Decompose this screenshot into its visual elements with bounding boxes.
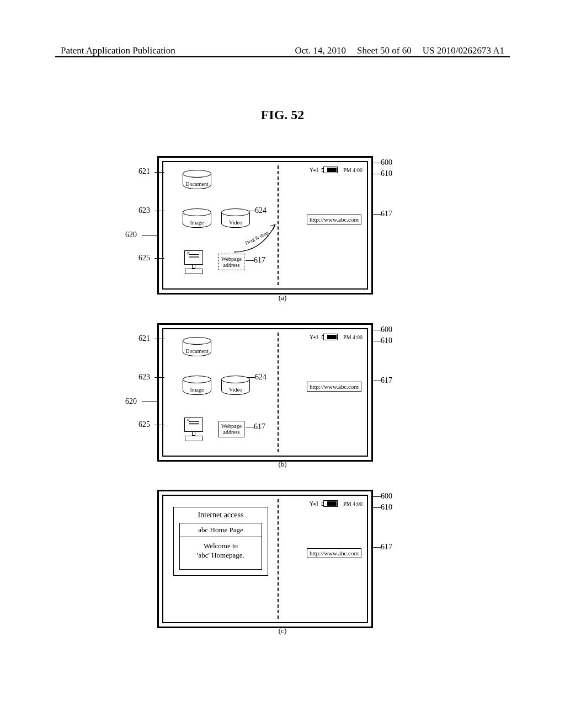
figure-title: FIG. 52 <box>0 108 565 122</box>
ref-610a: 610 <box>381 169 392 178</box>
tick <box>154 377 164 378</box>
desktop-pc-icon-b <box>183 417 205 441</box>
cylinder-document: Document <box>183 170 210 189</box>
tick <box>371 496 381 497</box>
panel-c-inner: Internet access abc Home Page Welcome to… <box>162 495 368 623</box>
tick <box>371 547 381 548</box>
battery-icon <box>323 500 338 507</box>
panel-b-outer: Document Image Video Webpage address Y▪ı… <box>157 323 373 462</box>
ref-624b: 624 <box>255 373 266 382</box>
tick <box>142 235 157 235</box>
cylinder-image-b: Image <box>183 376 210 395</box>
signal-icon: Y▪ıl <box>310 334 318 340</box>
signal-icon: Y▪ıl <box>310 167 318 173</box>
clock: PM 4:00 <box>343 334 363 340</box>
clock: PM 4:00 <box>343 167 363 173</box>
url-field-b: http://www.abc.com <box>307 382 361 392</box>
homepage-title: abc Home Page <box>180 523 262 537</box>
tick <box>142 402 157 402</box>
desktop-pc-icon <box>183 250 205 274</box>
ref-625a: 625 <box>138 254 150 263</box>
tick <box>246 260 254 261</box>
internet-title: Internet access <box>174 507 268 523</box>
tick <box>154 211 164 211</box>
tick <box>371 214 381 215</box>
panel-c-caption: (c) <box>0 627 565 635</box>
status-bar: Y▪ıl PM 4:00 <box>310 167 363 173</box>
tick <box>371 341 381 341</box>
status-bar-c: Y▪ıl PM 4:00 <box>310 500 363 507</box>
header-rule <box>55 56 510 57</box>
tick <box>246 427 254 427</box>
ref-623b: 623 <box>138 373 150 382</box>
tick <box>371 163 381 163</box>
tick <box>371 381 381 381</box>
ref-620a: 620 <box>125 231 137 239</box>
tick <box>154 258 164 259</box>
ref-624a: 624 <box>255 206 266 215</box>
panel-c-outer: Internet access abc Home Page Welcome to… <box>157 490 373 628</box>
clock: PM 4:00 <box>343 501 363 507</box>
tick <box>154 172 164 173</box>
cylinder-video-b: Video <box>221 376 249 395</box>
header-sheet: Sheet 50 of 60 <box>357 45 412 56</box>
drag-drop-arc: Drag & drop <box>228 222 281 258</box>
ref-621b: 621 <box>138 334 150 343</box>
ref-617l: 617 <box>254 256 265 265</box>
panel-b-caption: (b) <box>0 460 565 469</box>
header-date: Oct. 14, 2010 <box>295 45 346 56</box>
ref-617c: 617 <box>381 543 392 552</box>
tick <box>371 507 381 508</box>
ref-617a: 617 <box>381 210 392 218</box>
ref-625b: 625 <box>138 420 150 429</box>
ref-600c: 600 <box>381 492 392 501</box>
tick <box>154 339 164 339</box>
status-bar-b: Y▪ıl PM 4:00 <box>310 334 363 340</box>
ref-600a: 600 <box>381 158 392 167</box>
image-label: Image <box>183 220 211 226</box>
ref-610c: 610 <box>381 503 392 512</box>
page-header: Patent Application Publication Oct. 14, … <box>0 45 565 56</box>
ref-621a: 621 <box>138 167 150 176</box>
ref-623a: 623 <box>138 206 150 215</box>
tick <box>371 174 381 174</box>
internet-access-window: Internet access abc Home Page Welcome to… <box>173 507 268 576</box>
drag-drop-label: Drag & drop <box>244 229 269 245</box>
panel-a-outer: Document Image Video Webpage address Dra… <box>157 156 373 295</box>
header-pubno: US 2010/0262673 A1 <box>423 45 504 56</box>
panel-c-divider <box>278 499 279 619</box>
battery-icon <box>323 167 338 173</box>
panel-b-divider <box>278 333 279 452</box>
ref-610b: 610 <box>381 336 392 345</box>
homepage-body: Welcome to 'abc' Homepage. <box>180 537 262 569</box>
header-left: Patent Application Publication <box>61 45 175 56</box>
panel-b-inner: Document Image Video Webpage address Y▪ı… <box>162 328 368 457</box>
tick <box>371 330 381 330</box>
signal-icon: Y▪ıl <box>310 501 318 507</box>
ref-620b: 620 <box>125 397 137 406</box>
url-field-c: http://www.abc.com <box>307 548 361 558</box>
cylinder-image: Image <box>183 208 210 228</box>
url-field: http://www.abc.com <box>307 215 361 224</box>
document-label: Document <box>183 181 211 187</box>
battery-icon <box>323 334 338 340</box>
tick <box>154 425 164 425</box>
webpage-address-box: Webpage address <box>218 421 244 437</box>
ref-617b: 617 <box>381 376 392 385</box>
cylinder-document-b: Document <box>183 337 210 356</box>
ref-600b: 600 <box>381 325 392 334</box>
panel-a-inner: Document Image Video Webpage address Dra… <box>162 161 368 290</box>
panel-a-caption: (a) <box>0 293 565 302</box>
ref-617lb: 617 <box>254 422 265 431</box>
